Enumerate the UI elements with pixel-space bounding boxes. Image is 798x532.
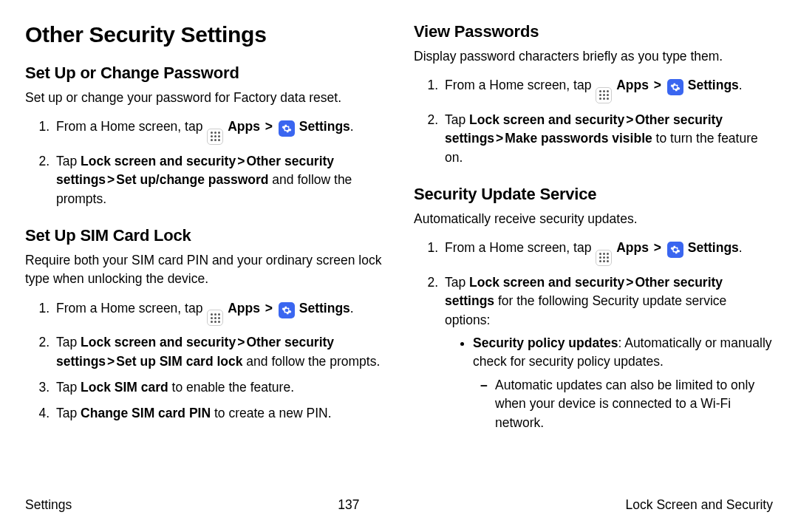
- dash-item: Automatic updates can also be limited to…: [495, 376, 773, 432]
- dash-list: Automatic updates can also be limited to…: [473, 376, 773, 432]
- chevron-icon: >: [626, 275, 633, 290]
- chevron-icon: >: [265, 301, 273, 316]
- apps-label: Apps: [616, 78, 649, 92]
- text: From a Home screen, tap: [445, 78, 595, 92]
- steps-security-update: From a Home screen, tap Apps > Settings.…: [414, 239, 773, 432]
- text: and follow the prompts.: [243, 354, 381, 369]
- text: to create a new PIN.: [211, 406, 331, 420]
- step: From a Home screen, tap Apps > Settings.: [442, 239, 773, 266]
- page-footer: Settings 137 Lock Screen and Security: [25, 491, 773, 525]
- chevron-icon: >: [107, 172, 115, 187]
- heading-view-passwords: View Passwords: [414, 22, 773, 41]
- text: From a Home screen, tap: [56, 119, 206, 134]
- heading-security-update: Security Update Service: [414, 185, 773, 204]
- chevron-icon: >: [237, 335, 245, 349]
- text: .: [350, 119, 354, 134]
- settings-icon: [667, 242, 683, 258]
- apps-icon: [207, 129, 223, 145]
- settings-icon: [667, 79, 683, 95]
- text-bold: Change SIM card PIN: [81, 406, 211, 420]
- settings-label: Settings: [688, 78, 739, 92]
- bullet-list: Security policy updates: Automatically o…: [445, 334, 773, 432]
- text: Tap: [56, 154, 81, 168]
- chevron-icon: >: [107, 354, 115, 369]
- desc-sim-lock: Require both your SIM card PIN and your …: [25, 251, 384, 289]
- text: Tap: [445, 275, 469, 290]
- step: Tap Lock screen and security>Other secur…: [53, 333, 384, 371]
- chevron-icon: >: [265, 119, 273, 134]
- step: Tap Lock SIM card to enable the feature.: [53, 378, 384, 397]
- step: Tap Lock screen and security>Other secur…: [53, 152, 384, 208]
- steps-change-password: From a Home screen, tap Apps > Settings.…: [25, 117, 384, 208]
- page-title: Other Security Settings: [25, 22, 384, 47]
- text-bold: Set up/change password: [116, 172, 268, 187]
- steps-view-passwords: From a Home screen, tap Apps > Settings.…: [414, 76, 773, 167]
- left-column: Other Security Settings Set Up or Change…: [25, 22, 384, 491]
- text: Tap: [56, 380, 81, 395]
- step: Tap Lock screen and security>Other secur…: [442, 111, 773, 167]
- text: .: [739, 240, 743, 255]
- step: From a Home screen, tap Apps > Settings.: [442, 76, 773, 103]
- settings-icon: [279, 120, 295, 137]
- chevron-icon: >: [496, 131, 503, 146]
- apps-icon: [596, 87, 612, 103]
- text-bold: Lock SIM card: [81, 380, 168, 395]
- settings-icon: [279, 302, 295, 318]
- text: From a Home screen, tap: [445, 240, 595, 255]
- steps-sim-lock: From a Home screen, tap Apps > Settings.…: [25, 299, 384, 423]
- heading-change-password: Set Up or Change Password: [25, 64, 384, 83]
- right-column: View Passwords Display password characte…: [414, 22, 773, 491]
- text: .: [739, 78, 743, 92]
- bullet-item: Security policy updates: Automatically o…: [473, 334, 773, 432]
- text: Tap: [56, 406, 81, 420]
- text: to enable the feature.: [168, 380, 294, 395]
- text: From a Home screen, tap: [56, 301, 206, 316]
- step: From a Home screen, tap Apps > Settings.: [53, 117, 384, 145]
- step: Tap Lock screen and security>Other secur…: [442, 273, 773, 432]
- text-bold: Set up SIM card lock: [116, 354, 242, 369]
- footer-page-number: 137: [338, 497, 359, 513]
- text-bold: Lock screen and security: [81, 335, 236, 349]
- step: Tap Change SIM card PIN to create a new …: [53, 404, 384, 423]
- apps-icon: [596, 250, 612, 266]
- text: .: [350, 301, 354, 316]
- two-column-layout: Other Security Settings Set Up or Change…: [25, 22, 773, 491]
- chevron-icon: >: [654, 78, 661, 92]
- text-bold: Lock screen and security: [81, 154, 236, 168]
- step: From a Home screen, tap Apps > Settings.: [53, 299, 384, 327]
- settings-label: Settings: [299, 119, 350, 134]
- text: Tap: [445, 112, 469, 127]
- footer-left: Settings: [25, 497, 72, 513]
- chevron-icon: >: [237, 154, 245, 168]
- apps-label: Apps: [228, 301, 260, 316]
- settings-label: Settings: [688, 240, 739, 255]
- desc-change-password: Set up or change your password for Facto…: [25, 89, 384, 107]
- heading-sim-lock: Set Up SIM Card Lock: [25, 226, 384, 245]
- text-bold: Lock screen and security: [469, 112, 624, 127]
- apps-icon: [207, 310, 223, 326]
- desc-security-update: Automatically receive security updates.: [414, 210, 773, 228]
- text-bold: Make passwords visible: [505, 131, 652, 146]
- apps-label: Apps: [228, 119, 260, 134]
- manual-page: Other Security Settings Set Up or Change…: [0, 0, 798, 532]
- chevron-icon: >: [626, 112, 633, 127]
- settings-label: Settings: [299, 301, 350, 316]
- desc-view-passwords: Display password characters briefly as y…: [414, 47, 773, 66]
- text-bold: Lock screen and security: [469, 275, 624, 290]
- text-bold: Security policy updates: [473, 335, 618, 350]
- footer-right: Lock Screen and Security: [626, 497, 773, 513]
- text: Tap: [56, 335, 81, 349]
- apps-label: Apps: [616, 240, 649, 255]
- chevron-icon: >: [654, 240, 661, 255]
